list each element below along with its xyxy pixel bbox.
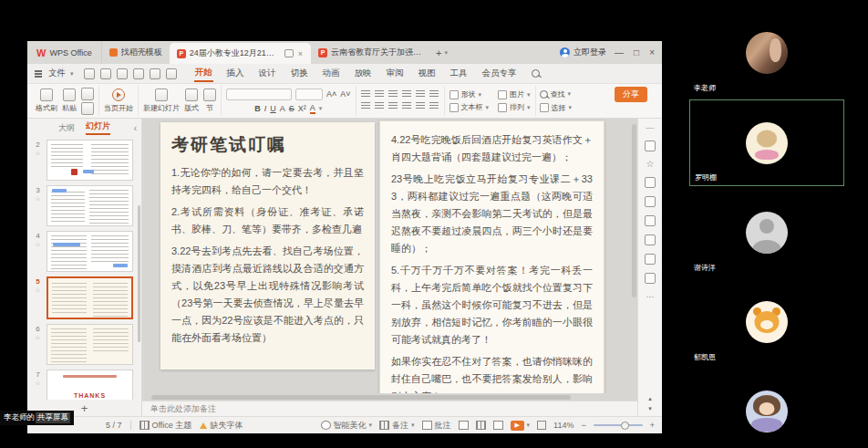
play-slideshow-button[interactable]: ▶ ▾ xyxy=(511,421,531,431)
zoom-in-button[interactable]: + xyxy=(650,421,655,430)
preview-icon[interactable] xyxy=(133,68,144,79)
zoom-slider-knob[interactable] xyxy=(621,422,629,430)
undo-icon[interactable] xyxy=(150,68,160,79)
font-family-select[interactable] xyxy=(226,89,292,100)
italic-button[interactable]: I xyxy=(264,104,267,113)
document-tab-active[interactable]: P 24届小教专业12月21日考研叮嘱 × xyxy=(170,43,311,64)
copy-icon[interactable] xyxy=(81,102,94,115)
participant-tile-4[interactable]: 郁凯恩 xyxy=(689,278,844,365)
print-icon[interactable] xyxy=(117,68,128,79)
tools-icon[interactable] xyxy=(645,215,656,226)
picture-button[interactable]: 图片 ▾ xyxy=(498,89,531,99)
minimize-button[interactable]: — xyxy=(615,47,624,57)
numbered-list-icon[interactable] xyxy=(429,102,439,109)
strikethrough-button[interactable]: S xyxy=(289,104,294,113)
scrollbar-thumb[interactable] xyxy=(151,395,571,400)
new-slide-button[interactable]: 新建幻灯片 xyxy=(143,89,180,113)
wps-home-tab[interactable]: W WPS Office xyxy=(27,41,102,64)
slide-right-text-box[interactable]: 4.22号吃完晚饭后回酒店开始复习英语作文＋肖四大题背诵（四套题建议过完一遍）；… xyxy=(379,120,604,393)
align-right-icon[interactable] xyxy=(388,102,398,109)
collapse-panel-icon[interactable]: ‹ xyxy=(134,123,137,133)
share-button[interactable]: 分享 xyxy=(615,87,647,102)
close-tab-icon[interactable]: × xyxy=(297,49,304,58)
missing-font-warning[interactable]: 缺失字体 xyxy=(200,420,243,432)
comments-button[interactable]: 批注 xyxy=(422,420,451,432)
image-tool-icon[interactable] xyxy=(645,196,656,207)
notes-button[interactable]: 备注 ▾ xyxy=(379,420,415,432)
participant-tile-2-speaking[interactable]: 罗明棚 xyxy=(689,99,844,186)
shapes-button[interactable]: 形状 ▾ xyxy=(450,89,490,99)
star-icon[interactable]: ☆ xyxy=(35,334,40,341)
document-tab-2[interactable]: P 云南省教育厅关于加强2024年硕士研... xyxy=(311,41,429,64)
slide-left-text-box[interactable]: 考研笔试叮嘱 1.无论你学的如何，请一定要去考，并且坚持考完四科，给自己一个交代… xyxy=(160,122,375,370)
redo-icon[interactable] xyxy=(166,68,177,79)
tab-tools[interactable]: 工具 xyxy=(450,66,469,81)
slide-thumbnail-6[interactable] xyxy=(46,324,133,365)
horizontal-scrollbar[interactable] xyxy=(142,393,637,401)
justify-icon[interactable] xyxy=(402,102,411,109)
decrease-font-icon[interactable]: A˅ xyxy=(340,89,350,99)
tab-view[interactable]: 视图 xyxy=(418,66,437,81)
tab-animation[interactable]: 动画 xyxy=(322,66,341,81)
reading-view-icon[interactable] xyxy=(493,421,503,430)
slide-thumbnail-3[interactable] xyxy=(46,185,133,226)
theme-indicator[interactable]: Office 主题 xyxy=(140,420,192,432)
more-icon[interactable]: ··· xyxy=(646,292,655,301)
history-icon[interactable] xyxy=(645,273,656,284)
play-from-current-button[interactable]: 当页开始 xyxy=(104,89,133,113)
cut-icon[interactable] xyxy=(81,88,94,100)
fullscreen-icon[interactable] xyxy=(537,421,546,430)
tab-design[interactable]: 设计 xyxy=(258,66,277,81)
notes-bar[interactable]: 单击此处添加备注 xyxy=(142,401,637,416)
arrange-button[interactable]: 排列 ▾ xyxy=(498,102,531,112)
next-slide-icon[interactable]: ▾ xyxy=(648,405,652,412)
new-tab-button[interactable]: + ▾ xyxy=(429,41,454,64)
tab-slides[interactable]: 幻灯片 xyxy=(86,120,110,135)
star-icon[interactable]: ☆ xyxy=(35,287,40,294)
section-button[interactable]: 节 xyxy=(203,89,216,113)
paste-button[interactable]: 粘贴 xyxy=(62,89,77,113)
slide-canvas[interactable]: 考研笔试叮嘱 1.无论你学的如何，请一定要去考，并且坚持考完四科，给自己一个交代… xyxy=(142,119,637,393)
output-icon[interactable] xyxy=(100,68,111,79)
slide-thumbnail-2[interactable] xyxy=(46,140,133,181)
line-spacing-icon[interactable] xyxy=(416,90,425,98)
numbering-icon[interactable] xyxy=(375,90,384,98)
tab-insert[interactable]: 插入 xyxy=(226,66,245,81)
star-icon[interactable]: ☆ xyxy=(646,160,655,169)
vertical-scrollbar[interactable] xyxy=(632,124,636,297)
tab-home[interactable]: 开始 xyxy=(194,65,213,82)
close-button[interactable]: × xyxy=(649,47,655,57)
select-button[interactable]: 选择 ▾ xyxy=(540,103,573,113)
tab-review[interactable]: 审阅 xyxy=(386,66,405,81)
panel-scrollbar[interactable] xyxy=(138,205,140,342)
tab-transition[interactable]: 切换 xyxy=(290,66,309,81)
file-menu[interactable]: 文件 xyxy=(48,68,66,79)
zoom-slider[interactable] xyxy=(594,424,643,426)
participant-tile-5[interactable] xyxy=(689,368,844,448)
align-left-icon[interactable] xyxy=(361,102,370,109)
properties-icon[interactable] xyxy=(645,141,656,151)
normal-view-icon[interactable] xyxy=(459,421,469,430)
tab-member[interactable]: 会员专享 xyxy=(481,66,518,81)
restore-button[interactable]: □ xyxy=(634,47,639,57)
tab-outline[interactable]: 大纲 xyxy=(58,122,75,134)
indent-decrease-icon[interactable] xyxy=(388,90,398,98)
tab-slideshow[interactable]: 放映 xyxy=(354,66,373,81)
search-icon[interactable] xyxy=(532,69,540,78)
shadow-button[interactable]: A xyxy=(280,104,285,113)
font-size-select[interactable] xyxy=(295,89,323,100)
star-icon[interactable]: ☆ xyxy=(35,241,40,248)
participant-tile-1[interactable]: 李老师 xyxy=(689,9,844,96)
star-icon[interactable]: ☆ xyxy=(35,380,40,387)
superscript-button[interactable]: X² xyxy=(298,104,306,113)
slide-thumbnail-7[interactable]: THANKS xyxy=(46,370,133,400)
star-icon[interactable]: ☆ xyxy=(35,150,40,157)
slides-icon[interactable] xyxy=(645,177,656,188)
docer-template-tab[interactable]: 找稻壳模板 xyxy=(102,41,170,64)
star-icon[interactable]: ☆ xyxy=(35,195,40,203)
slide-thumbnail-5-selected[interactable] xyxy=(46,276,133,319)
zoom-out-button[interactable]: − xyxy=(581,421,585,430)
login-button[interactable]: 立即登录 xyxy=(560,47,606,58)
participant-tile-3[interactable]: 谢诗洋 xyxy=(689,189,844,276)
textbox-button[interactable]: 文本框 ▾ xyxy=(450,102,490,112)
